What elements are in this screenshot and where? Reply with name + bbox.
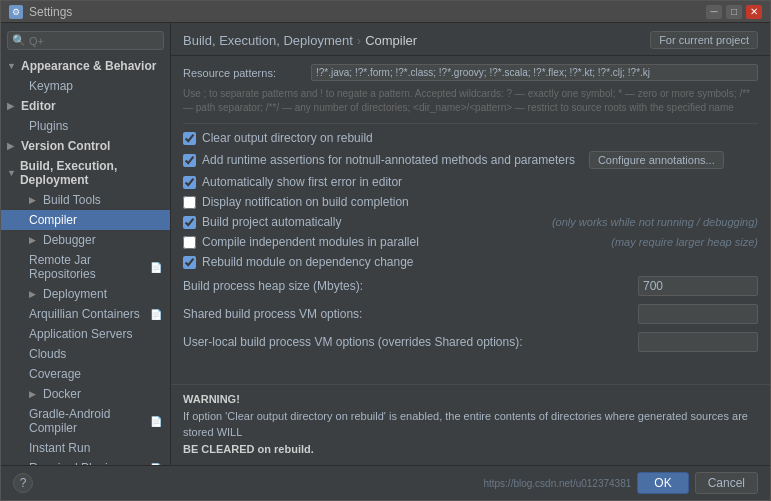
close-button[interactable]: ✕ xyxy=(746,5,762,19)
checkbox-build-auto-input[interactable] xyxy=(183,216,196,229)
maximize-button[interactable]: □ xyxy=(726,5,742,19)
sidebar-item-coverage[interactable]: Coverage xyxy=(1,364,170,384)
sidebar-label: Coverage xyxy=(29,367,81,381)
checkbox-auto-show-input[interactable] xyxy=(183,176,196,189)
sidebar-label: Application Servers xyxy=(29,327,132,341)
resource-patterns-row: Resource patterns: !?*.java; !?*.form; !… xyxy=(183,64,758,81)
checkbox-clear-output-label[interactable]: Clear output directory on rebuild xyxy=(202,131,373,145)
checkbox-build-auto: Build project automatically (only works … xyxy=(183,212,758,232)
user-local-vm-input[interactable] xyxy=(638,332,758,352)
shared-vm-input[interactable] xyxy=(638,304,758,324)
ok-button[interactable]: OK xyxy=(637,472,688,494)
sidebar-label: Plugins xyxy=(29,119,68,133)
bottom-bar: ? https://blog.csdn.net/u012374381 OK Ca… xyxy=(1,465,770,500)
breadcrumb-current: Compiler xyxy=(365,33,417,48)
sidebar-item-keymap[interactable]: Keymap xyxy=(1,76,170,96)
compile-parallel-note: (may require larger heap size) xyxy=(611,236,758,248)
expand-arrow: ▶ xyxy=(29,195,39,205)
sidebar-label: Debugger xyxy=(43,233,96,247)
build-auto-note: (only works while not running / debuggin… xyxy=(552,216,758,228)
sidebar-item-app-servers[interactable]: Application Servers xyxy=(1,324,170,344)
checkbox-build-auto-label[interactable]: Build project automatically xyxy=(202,215,341,229)
sidebar-label: Docker xyxy=(43,387,81,401)
search-box[interactable]: 🔍 xyxy=(7,31,164,50)
checkbox-clear-output: Clear output directory on rebuild xyxy=(183,128,758,148)
panel-header: Build, Execution, Deployment › Compiler … xyxy=(171,23,770,56)
sidebar-item-docker[interactable]: ▶ Docker xyxy=(1,384,170,404)
checkbox-display-notification-input[interactable] xyxy=(183,196,196,209)
sidebar-item-plugins[interactable]: Plugins xyxy=(1,116,170,136)
breadcrumb-separator: › xyxy=(357,33,361,48)
expand-arrow: ▶ xyxy=(29,235,39,245)
sidebar-label: Remote Jar Repositories xyxy=(29,253,146,281)
checkbox-add-runtime-label[interactable]: Add runtime assertions for notnull-annot… xyxy=(202,153,575,167)
checkbox-rebuild-module: Rebuild module on dependency change xyxy=(183,252,758,272)
cancel-button[interactable]: Cancel xyxy=(695,472,758,494)
page-icon: 📄 xyxy=(150,416,162,427)
page-icon: 📄 xyxy=(150,262,162,273)
title-bar: ⚙ Settings ─ □ ✕ xyxy=(1,1,770,23)
checkbox-add-runtime-input[interactable] xyxy=(183,154,196,167)
shared-vm-label: Shared build process VM options: xyxy=(183,307,630,321)
checkbox-auto-show-label[interactable]: Automatically show first error in editor xyxy=(202,175,402,189)
current-project-tab[interactable]: For current project xyxy=(650,31,758,49)
shared-vm-row: Shared build process VM options: xyxy=(183,300,758,328)
panel-body-wrapper: Resource patterns: !?*.java; !?*.form; !… xyxy=(171,56,770,465)
checkbox-clear-output-input[interactable] xyxy=(183,132,196,145)
checkbox-rebuild-module-input[interactable] xyxy=(183,256,196,269)
sidebar-item-required-plugins[interactable]: Required Plugins 📄 xyxy=(1,458,170,465)
sidebar-item-remote-jar[interactable]: Remote Jar Repositories 📄 xyxy=(1,250,170,284)
checkbox-compile-parallel-input[interactable] xyxy=(183,236,196,249)
checkbox-auto-show: Automatically show first error in editor xyxy=(183,172,758,192)
sidebar-item-version-control[interactable]: ▶ Version Control xyxy=(1,136,170,156)
sidebar-item-build-tools[interactable]: ▶ Build Tools xyxy=(1,190,170,210)
sidebar-label: Clouds xyxy=(29,347,66,361)
sidebar-item-arquillian[interactable]: Arquillian Containers 📄 xyxy=(1,304,170,324)
resource-patterns-input[interactable]: !?*.java; !?*.form; !?*.class; !?*.groov… xyxy=(311,64,758,81)
search-icon: 🔍 xyxy=(12,34,26,47)
warning-text-2: BE CLEARED on rebuild. xyxy=(183,443,314,455)
sidebar-item-debugger[interactable]: ▶ Debugger xyxy=(1,230,170,250)
sidebar-item-compiler[interactable]: Compiler xyxy=(1,210,170,230)
sidebar-item-build-execution-deployment[interactable]: ▼ Build, Execution, Deployment xyxy=(1,156,170,190)
sidebar: 🔍 ▼ Appearance & Behavior Keymap ▶ Edito… xyxy=(1,23,171,465)
user-local-vm-row: User-local build process VM options (ove… xyxy=(183,328,758,356)
sidebar-label: Version Control xyxy=(21,139,110,153)
title-bar-controls: ─ □ ✕ xyxy=(706,5,762,19)
separator xyxy=(183,123,758,124)
expand-arrow: ▶ xyxy=(29,389,39,399)
checkbox-rebuild-module-label[interactable]: Rebuild module on dependency change xyxy=(202,255,414,269)
sidebar-item-clouds[interactable]: Clouds xyxy=(1,344,170,364)
url-hint: https://blog.csdn.net/u012374381 xyxy=(483,478,631,489)
minimize-button[interactable]: ─ xyxy=(706,5,722,19)
heap-size-input[interactable] xyxy=(638,276,758,296)
main-content: 🔍 ▼ Appearance & Behavior Keymap ▶ Edito… xyxy=(1,23,770,465)
sidebar-label: Build, Execution, Deployment xyxy=(20,159,162,187)
search-input[interactable] xyxy=(29,35,159,47)
sidebar-item-editor[interactable]: ▶ Editor xyxy=(1,96,170,116)
sidebar-label: Gradle-Android Compiler xyxy=(29,407,146,435)
checkbox-display-notification: Display notification on build completion xyxy=(183,192,758,212)
settings-window: ⚙ Settings ─ □ ✕ 🔍 ▼ Appearance & Behavi… xyxy=(0,0,771,501)
window-title: Settings xyxy=(29,5,72,19)
configure-annotations-button[interactable]: Configure annotations... xyxy=(589,151,724,169)
expand-arrow: ▶ xyxy=(29,289,39,299)
sidebar-label: Arquillian Containers xyxy=(29,307,140,321)
help-button[interactable]: ? xyxy=(13,473,33,493)
page-icon: 📄 xyxy=(150,309,162,320)
checkbox-display-notification-label[interactable]: Display notification on build completion xyxy=(202,195,409,209)
checkbox-build-auto-left: Build project automatically xyxy=(183,215,341,229)
warning-box: WARNING! If option 'Clear output directo… xyxy=(171,384,770,466)
checkbox-compile-parallel-left: Compile independent modules in parallel xyxy=(183,235,419,249)
sidebar-label: Editor xyxy=(21,99,56,113)
resource-patterns-hint: Use ; to separate patterns and ! to nega… xyxy=(183,87,758,115)
sidebar-item-deployment[interactable]: ▶ Deployment xyxy=(1,284,170,304)
checkbox-compile-parallel-label[interactable]: Compile independent modules in parallel xyxy=(202,235,419,249)
checkbox-compile-parallel: Compile independent modules in parallel … xyxy=(183,232,758,252)
expand-arrow: ▶ xyxy=(7,141,17,151)
bottom-actions: https://blog.csdn.net/u012374381 OK Canc… xyxy=(483,472,758,494)
sidebar-item-instant-run[interactable]: Instant Run xyxy=(1,438,170,458)
warning-text-1: If option 'Clear output directory on reb… xyxy=(183,410,748,439)
sidebar-item-appearance-behavior[interactable]: ▼ Appearance & Behavior xyxy=(1,56,170,76)
sidebar-item-gradle-android[interactable]: Gradle-Android Compiler 📄 xyxy=(1,404,170,438)
